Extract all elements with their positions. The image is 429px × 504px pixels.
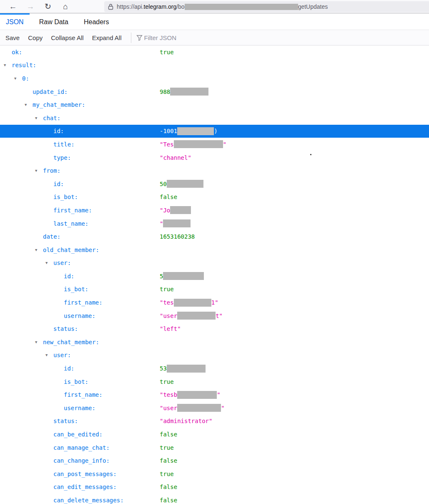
json-key: username: xyxy=(64,405,95,411)
json-row-username[interactable]: username:"usert" xyxy=(0,309,429,323)
expand-all-button[interactable]: Expand All xyxy=(92,34,122,41)
collapse-all-button[interactable]: Collapse All xyxy=(51,34,83,41)
json-value: 53 xyxy=(160,362,206,375)
json-key: first_name: xyxy=(64,299,103,306)
json-row-user[interactable]: ▼user: xyxy=(0,349,429,362)
json-row-status[interactable]: status:"left" xyxy=(0,322,429,335)
save-button[interactable]: Save xyxy=(5,34,20,41)
json-key: username: xyxy=(64,312,95,319)
toolbar-divider xyxy=(131,33,131,43)
json-row-result[interactable]: ▼result: xyxy=(0,59,429,72)
json-key: is_bot: xyxy=(64,286,88,292)
json-key: can_be_edited: xyxy=(53,431,103,438)
filter-json-input[interactable] xyxy=(144,34,278,41)
reload-icon[interactable]: ↻ xyxy=(39,3,57,10)
json-key: 0: xyxy=(22,75,29,82)
json-value: "tes1" xyxy=(160,296,218,309)
json-row-id[interactable]: id:-1001) xyxy=(0,125,429,138)
json-row-update_id[interactable]: update_id:988 xyxy=(0,85,429,98)
expand-arrow-icon[interactable]: ▼ xyxy=(35,340,43,344)
json-row-from[interactable]: ▼from: xyxy=(0,164,429,177)
redaction-box xyxy=(177,312,216,320)
json-row-can_post_messages[interactable]: can_post_messages:true xyxy=(0,467,429,481)
back-icon[interactable]: ← xyxy=(4,3,22,10)
json-key: is_bot: xyxy=(53,194,78,200)
json-row-0[interactable]: ▼0: xyxy=(0,72,429,85)
json-row-last_name[interactable]: last_name:" xyxy=(0,217,429,230)
json-value: "channel" xyxy=(160,151,191,164)
json-row-can_edit_messages[interactable]: can_edit_messages:false xyxy=(0,481,429,494)
json-row-can_manage_chat[interactable]: can_manage_chat:true xyxy=(0,441,429,454)
json-value: "left" xyxy=(160,322,181,335)
copy-button[interactable]: Copy xyxy=(28,34,43,41)
json-row-is_bot[interactable]: is_bot:false xyxy=(0,191,429,204)
json-key: new_chat_member: xyxy=(43,339,99,345)
json-row-title[interactable]: title:"Tes" xyxy=(0,138,429,151)
json-row-id[interactable]: id:53 xyxy=(0,362,429,375)
json-value: "administrator" xyxy=(160,415,212,428)
json-key: my_chat_member: xyxy=(33,101,85,108)
expand-arrow-icon[interactable]: ▼ xyxy=(35,116,43,120)
redaction-box xyxy=(167,365,206,373)
redaction-box xyxy=(174,140,223,148)
tab-raw-data[interactable]: Raw Data xyxy=(33,13,74,30)
json-row-type[interactable]: type:"channel" xyxy=(0,151,429,164)
json-row-first_name[interactable]: first_name:"Jo xyxy=(0,204,429,217)
tab-json[interactable]: JSON xyxy=(0,13,30,30)
redaction-box xyxy=(163,219,191,227)
json-row-id[interactable]: id:50 xyxy=(0,177,429,191)
json-row-old_chat_member[interactable]: ▼old_chat_member: xyxy=(0,243,429,257)
json-row-first_name[interactable]: first_name:"tes1" xyxy=(0,296,429,309)
json-value: true xyxy=(160,467,174,481)
json-value: true xyxy=(160,375,174,388)
url-redaction-box xyxy=(185,4,298,10)
json-key: id: xyxy=(53,128,64,134)
json-row-can_be_edited[interactable]: can_be_edited:false xyxy=(0,428,429,441)
expand-arrow-icon[interactable]: ▼ xyxy=(4,63,12,67)
json-row-my_chat_member[interactable]: ▼my_chat_member: xyxy=(0,98,429,111)
expand-arrow-icon[interactable]: ▼ xyxy=(14,76,22,81)
tab-headers[interactable]: Headers xyxy=(78,13,115,30)
json-value: false xyxy=(160,481,177,494)
json-value: 1653160238 xyxy=(160,230,195,243)
url-path: /bo xyxy=(176,3,184,10)
json-value: false xyxy=(160,191,177,204)
json-value: 988 xyxy=(160,85,208,98)
json-row-user[interactable]: ▼user: xyxy=(0,257,429,270)
browser-toolbar: ←→↻⌂ https://api.telegram.org/bogetUpdat… xyxy=(0,0,429,13)
filter-icon xyxy=(136,35,143,41)
json-row-is_bot[interactable]: is_bot:true xyxy=(0,375,429,388)
expand-arrow-icon[interactable]: ▼ xyxy=(45,261,53,265)
redaction-box xyxy=(163,272,204,280)
json-key: id: xyxy=(53,181,64,187)
json-row-ok[interactable]: ok:true xyxy=(0,45,429,59)
json-value: "Jo xyxy=(160,204,191,217)
json-row-id[interactable]: id:5 xyxy=(0,270,429,283)
expand-arrow-icon[interactable]: ▼ xyxy=(25,103,33,107)
json-row-can_change_info[interactable]: can_change_info:false xyxy=(0,454,429,467)
json-row-can_delete_messages[interactable]: can_delete_messages:false xyxy=(0,494,429,504)
json-key: old_chat_member: xyxy=(43,247,99,253)
json-row-is_bot[interactable]: is_bot:true xyxy=(0,283,429,296)
json-value: false xyxy=(160,428,177,441)
json-row-first_name[interactable]: first_name:"tesb" xyxy=(0,388,429,401)
json-row-username[interactable]: username:"user" xyxy=(0,401,429,415)
json-key: is_bot: xyxy=(64,378,88,385)
json-key: can_post_messages: xyxy=(53,471,117,477)
url-suffix: getUpdates xyxy=(298,3,328,10)
redaction-box xyxy=(177,127,214,135)
expand-arrow-icon[interactable]: ▼ xyxy=(35,169,43,173)
json-row-new_chat_member[interactable]: ▼new_chat_member: xyxy=(0,335,429,349)
json-row-chat[interactable]: ▼chat: xyxy=(0,111,429,125)
expand-arrow-icon[interactable]: ▼ xyxy=(45,353,53,357)
json-key: update_id: xyxy=(33,88,68,95)
home-icon[interactable]: ⌂ xyxy=(57,3,74,10)
json-row-status[interactable]: status:"administrator" xyxy=(0,415,429,428)
json-value: 50 xyxy=(160,177,203,191)
url-bar[interactable]: https://api.telegram.org/bogetUpdates xyxy=(104,1,429,12)
json-row-date[interactable]: date:1653160238 xyxy=(0,230,429,243)
expand-arrow-icon[interactable]: ▼ xyxy=(35,248,43,252)
forward-icon[interactable]: → xyxy=(22,3,39,10)
json-value: true xyxy=(160,283,174,296)
json-key: user: xyxy=(53,260,71,266)
